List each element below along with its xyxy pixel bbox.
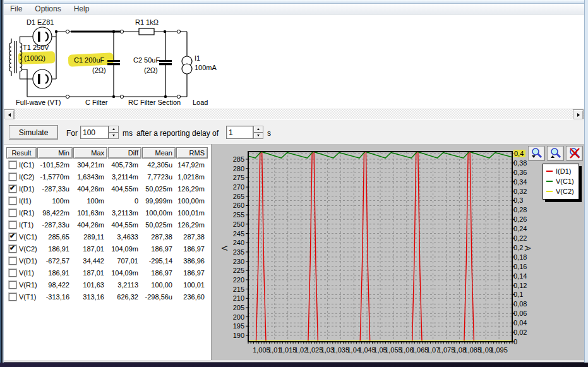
scroll-left-button[interactable] [4, 109, 15, 120]
cell-max: 34,442 [73, 257, 107, 265]
horizontal-scrollbar[interactable] [4, 109, 584, 119]
plot-checkbox[interactable]: ✔ [9, 293, 16, 301]
result-name-cell: ✔V(I1) [6, 269, 37, 277]
y-left-tick-label: 245 [222, 230, 244, 238]
circuit-schematic: D1 EZ81 R1 1kΩ T1 250V (100Ω) C1 200uF (… [4, 15, 584, 109]
zoom-in-button[interactable] [528, 146, 545, 161]
cell-diff: 405,73m [108, 161, 141, 169]
duration-stepper-up[interactable] [109, 126, 119, 133]
y-right-tick-label: 0,08 [513, 300, 527, 308]
y-left-tick-label: 230 [222, 258, 244, 265]
y-left-tick-label: 205 [222, 304, 244, 311]
y-left-tick-label: 210 [222, 294, 244, 302]
cell-min: 186,91 [37, 269, 73, 277]
circuit-canvas[interactable]: D1 EZ81 R1 1kΩ T1 250V (100Ω) C1 200uF (… [4, 15, 584, 109]
plot-checkbox[interactable]: ✔ [9, 209, 16, 217]
y-left-tick-label: 270 [222, 183, 244, 191]
column-header-result[interactable]: Result [6, 147, 37, 159]
result-name: I(C2) [19, 173, 34, 181]
results-panel: ResultMinMaxDiffMeanRMS✔I(C1)-101,52m304… [4, 144, 211, 362]
result-name-cell: ✔I(T1) [6, 221, 37, 229]
chart-legend: I(D1)V(C1)V(C2) [543, 164, 579, 200]
cell-min: 98,422 [37, 281, 73, 289]
y-left-tick-label: 260 [222, 202, 244, 209]
cell-max: 101,63 [73, 281, 107, 289]
menu-help-label: Help [74, 4, 90, 13]
y-left-tick-label: 215 [222, 286, 244, 293]
delay-unit-label: s [267, 129, 271, 138]
zoom-reset-button[interactable] [566, 146, 583, 161]
legend-color-dash [546, 171, 553, 172]
result-name: I(R1) [19, 209, 34, 217]
plot-checkbox[interactable]: ✔ [9, 197, 16, 205]
y-right-tick-label: 0,06 [513, 310, 527, 317]
result-name: I(I1) [19, 197, 32, 205]
y-left-tick-label: 235 [222, 248, 244, 256]
y-left-tick-label: 190 [222, 332, 244, 339]
column-header-diff[interactable]: Diff [108, 147, 141, 159]
plot-checkbox[interactable]: ✔ [9, 161, 16, 169]
y-right-tick-label: 0,28 [513, 206, 527, 214]
t1-impedance-label: (100Ω) [24, 54, 45, 62]
plot-checkbox[interactable]: ✔ [9, 185, 16, 193]
column-header-min[interactable]: Min [37, 147, 73, 159]
result-name-cell: ✔I(R1) [6, 209, 37, 217]
results-table: ResultMinMaxDiffMeanRMS✔I(C1)-101,52m304… [6, 147, 208, 303]
waveform-plot[interactable] [212, 144, 584, 362]
plot-checkbox[interactable]: ✔ [9, 281, 16, 289]
legend-label: V(C1) [556, 177, 574, 185]
result-name: V(D1) [19, 257, 37, 265]
plot-checkbox[interactable]: ✔ [9, 173, 16, 181]
table-row: ✔I(R1)98,422m101,63m3,2113m100,00m100,01… [6, 207, 208, 219]
cell-diff: 626,32 [108, 293, 141, 301]
plot-checkbox[interactable]: ✔ [9, 221, 16, 229]
cell-max: 304,21m [73, 161, 107, 169]
result-name-cell: ✔V(D1) [6, 257, 37, 265]
delay-stepper-down[interactable] [253, 133, 263, 140]
simulate-button[interactable]: Simulate [9, 125, 58, 140]
menu-file[interactable]: File [4, 4, 28, 15]
checkmark-icon: ✔ [9, 184, 15, 192]
cell-mean: 99,999m [142, 197, 176, 205]
delay-input[interactable]: 1 [226, 126, 253, 139]
cell-max: 289,11 [73, 233, 107, 241]
menu-options-label: Options [35, 4, 61, 13]
plot-checkbox[interactable]: ✔ [9, 257, 16, 265]
chart-panel: V A 285280275270265260255250245240235230… [211, 144, 584, 362]
result-name: V(C1) [19, 233, 37, 241]
column-header-rms[interactable]: RMS [176, 147, 208, 159]
menu-help[interactable]: Help [68, 4, 96, 15]
duration-input[interactable]: 100 [80, 126, 109, 139]
c2-label: C2 50uF [133, 56, 160, 64]
y-left-tick-label: 275 [222, 174, 244, 181]
result-name: I(C1) [19, 161, 34, 169]
duration-stepper [109, 126, 119, 139]
cell-diff: 404,55m [108, 221, 141, 229]
column-header-max[interactable]: Max [73, 147, 107, 159]
plot-checkbox[interactable]: ✔ [9, 245, 16, 253]
spin-up-icon [257, 128, 260, 130]
y-right-tick-label-highlighted: 0,4 [513, 150, 525, 157]
column-header-mean[interactable]: Mean [142, 147, 176, 159]
result-name: I(T1) [19, 221, 33, 229]
plot-checkbox[interactable]: ✔ [9, 233, 16, 241]
table-row: ✔V(C1)285,65289,113,4633287,38287,38 [6, 231, 208, 243]
table-row: ✔I(T1)-287,33u404,26m404,55m50,025m126,2… [6, 219, 208, 231]
duration-stepper-down[interactable] [109, 133, 119, 140]
table-row: ✔V(R1)98,422101,633,2113100,00100,01 [6, 279, 208, 291]
result-name-cell: ✔V(C1) [6, 233, 37, 241]
checkmark-icon: ✔ [9, 232, 15, 240]
scroll-right-button[interactable] [573, 109, 584, 120]
delay-stepper-up[interactable] [253, 126, 263, 133]
menu-options[interactable]: Options [28, 4, 67, 15]
delay-stepper [253, 126, 263, 139]
plot-checkbox[interactable]: ✔ [9, 269, 16, 277]
y-left-tick-label: 220 [222, 276, 244, 284]
cell-diff: 3,2113m [108, 209, 141, 217]
y-left-tick-label: 225 [222, 267, 244, 274]
result-name: V(R1) [19, 281, 37, 289]
y-right-tick-label: 0,22 [513, 234, 527, 242]
y-right-tick-label: 0,38 [513, 159, 527, 167]
y-right-tick-label: 0,26 [513, 215, 527, 223]
zoom-out-button[interactable] [547, 146, 564, 161]
